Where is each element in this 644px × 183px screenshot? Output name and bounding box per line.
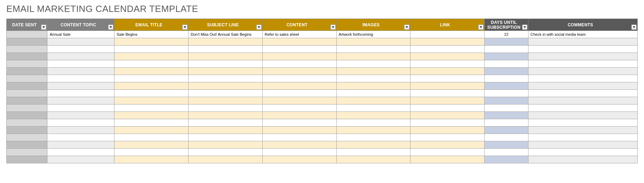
cell-content-topic[interactable] [47, 112, 114, 119]
cell-date-sent[interactable] [7, 60, 47, 68]
filter-dropdown-icon[interactable] [478, 25, 484, 30]
cell-date-sent[interactable] [7, 31, 47, 38]
cell-email-title[interactable] [114, 134, 189, 141]
cell-days-until-subscription[interactable] [485, 156, 528, 163]
cell-email-title[interactable] [114, 127, 189, 134]
filter-dropdown-icon[interactable] [330, 25, 336, 30]
cell-link[interactable] [410, 60, 485, 68]
cell-link[interactable] [410, 112, 485, 119]
cell-subject-line[interactable] [188, 46, 262, 53]
cell-comments[interactable] [528, 156, 637, 163]
cell-days-until-subscription[interactable] [485, 149, 528, 156]
cell-images[interactable]: Artwork forthcoming [336, 31, 410, 38]
cell-content-topic[interactable] [47, 68, 114, 75]
cell-link[interactable] [410, 104, 485, 112]
cell-email-title[interactable] [114, 119, 189, 127]
cell-subject-line[interactable] [188, 127, 262, 134]
cell-comments[interactable] [528, 75, 637, 82]
cell-content[interactable] [262, 82, 336, 90]
cell-images[interactable] [336, 38, 410, 46]
cell-subject-line[interactable] [188, 141, 262, 149]
cell-subject-line[interactable] [188, 156, 262, 163]
cell-email-title[interactable] [114, 112, 189, 119]
cell-days-until-subscription[interactable] [485, 127, 528, 134]
cell-comments[interactable] [528, 68, 637, 75]
cell-comments[interactable] [528, 46, 637, 53]
filter-dropdown-icon[interactable] [631, 25, 637, 30]
cell-days-until-subscription[interactable] [485, 46, 528, 53]
cell-images[interactable] [336, 104, 410, 112]
cell-days-until-subscription[interactable] [485, 68, 528, 75]
cell-date-sent[interactable] [7, 90, 47, 97]
cell-content[interactable] [262, 53, 336, 60]
cell-comments[interactable] [528, 90, 637, 97]
col-header-content-topic[interactable]: CONTENT TOPIC [47, 19, 114, 31]
cell-date-sent[interactable] [7, 127, 47, 134]
cell-images[interactable] [336, 156, 410, 163]
cell-comments[interactable] [528, 82, 637, 90]
cell-date-sent[interactable] [7, 82, 47, 90]
cell-images[interactable] [336, 60, 410, 68]
cell-content-topic[interactable] [47, 75, 114, 82]
cell-content-topic[interactable] [47, 90, 114, 97]
cell-comments[interactable] [528, 38, 637, 46]
filter-dropdown-icon[interactable] [256, 25, 262, 30]
cell-email-title[interactable] [114, 53, 189, 60]
cell-comments[interactable] [528, 134, 637, 141]
cell-content[interactable] [262, 119, 336, 127]
cell-content[interactable] [262, 68, 336, 75]
cell-subject-line[interactable] [188, 38, 262, 46]
filter-dropdown-icon[interactable] [41, 25, 46, 30]
cell-content-topic[interactable] [47, 119, 114, 127]
cell-date-sent[interactable] [7, 46, 47, 53]
cell-email-title[interactable] [114, 156, 189, 163]
cell-comments[interactable] [528, 97, 637, 104]
cell-days-until-subscription[interactable] [485, 53, 528, 60]
cell-subject-line[interactable]: Don't Miss Out! Annual Sale Begins [188, 31, 262, 38]
cell-days-until-subscription[interactable] [485, 112, 528, 119]
col-header-subject-line[interactable]: SUBJECT LINE [188, 19, 262, 31]
cell-email-title[interactable] [114, 75, 189, 82]
cell-date-sent[interactable] [7, 119, 47, 127]
cell-days-until-subscription[interactable] [485, 38, 528, 46]
cell-subject-line[interactable] [188, 82, 262, 90]
cell-images[interactable] [336, 68, 410, 75]
cell-content-topic[interactable] [47, 38, 114, 46]
cell-images[interactable] [336, 134, 410, 141]
cell-email-title[interactable] [114, 97, 189, 104]
col-header-comments[interactable]: COMMENTS [528, 19, 637, 31]
cell-link[interactable] [410, 156, 485, 163]
cell-content[interactable] [262, 134, 336, 141]
filter-dropdown-icon[interactable] [404, 25, 409, 30]
col-header-date-sent[interactable]: DATE SENT [7, 19, 47, 31]
cell-days-until-subscription[interactable]: 22 [485, 31, 528, 38]
cell-link[interactable] [410, 119, 485, 127]
cell-comments[interactable]: Check in with social media team [528, 31, 637, 38]
cell-content[interactable] [262, 97, 336, 104]
cell-subject-line[interactable] [188, 119, 262, 127]
cell-days-until-subscription[interactable] [485, 119, 528, 127]
cell-email-title[interactable] [114, 104, 189, 112]
cell-email-title[interactable] [114, 90, 189, 97]
cell-comments[interactable] [528, 60, 637, 68]
cell-email-title[interactable]: Sale Begins [114, 31, 189, 38]
cell-images[interactable] [336, 127, 410, 134]
cell-subject-line[interactable] [188, 75, 262, 82]
cell-date-sent[interactable] [7, 75, 47, 82]
filter-dropdown-icon[interactable] [522, 25, 527, 30]
cell-days-until-subscription[interactable] [485, 82, 528, 90]
cell-link[interactable] [410, 134, 485, 141]
cell-content[interactable] [262, 149, 336, 156]
cell-date-sent[interactable] [7, 104, 47, 112]
cell-images[interactable] [336, 112, 410, 119]
cell-comments[interactable] [528, 141, 637, 149]
cell-content[interactable] [262, 104, 336, 112]
cell-date-sent[interactable] [7, 134, 47, 141]
cell-email-title[interactable] [114, 149, 189, 156]
cell-content-topic[interactable] [47, 104, 114, 112]
cell-email-title[interactable] [114, 68, 189, 75]
cell-link[interactable] [410, 38, 485, 46]
cell-images[interactable] [336, 149, 410, 156]
cell-link[interactable] [410, 90, 485, 97]
cell-content[interactable]: Refer to sales sheet [262, 31, 336, 38]
